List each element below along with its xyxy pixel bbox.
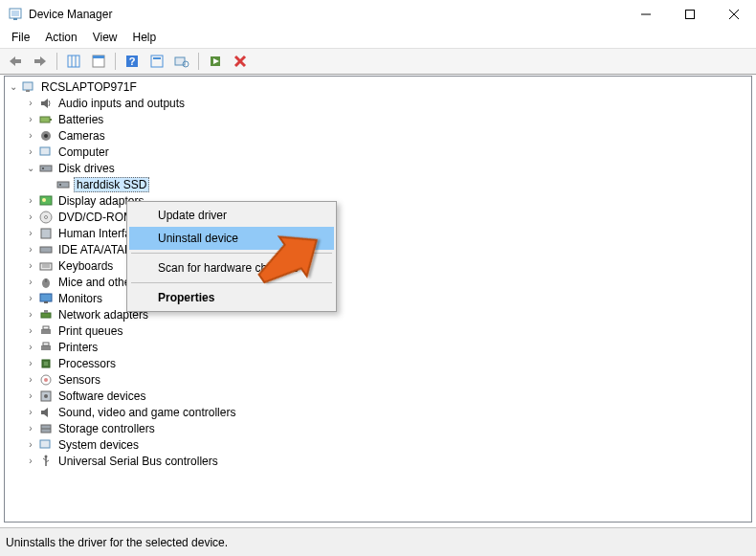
tree-item-mice[interactable]: ›Mice and other pointing devices	[7, 274, 749, 290]
expand-icon[interactable]: ›	[24, 407, 37, 417]
expand-icon[interactable]: ›	[24, 244, 37, 255]
minimize-button[interactable]	[624, 0, 668, 29]
menu-action[interactable]: Action	[37, 29, 84, 48]
maximize-button[interactable]	[668, 0, 712, 29]
tree-item-keyboards[interactable]: ›Keyboards	[7, 257, 749, 274]
properties-button[interactable]	[87, 51, 110, 72]
tree-item-printers[interactable]: ›Printers	[7, 339, 749, 355]
svg-rect-2	[13, 18, 17, 20]
tree-item-sound[interactable]: ›Sound, video and game controllers	[7, 404, 749, 420]
expand-icon[interactable]: ›	[24, 228, 37, 238]
tree-root[interactable]: ⌄ RCSLAPTOP971F	[7, 78, 749, 95]
tree-item-harddisk-ssd[interactable]: harddisk SSD	[7, 176, 749, 192]
forward-button[interactable]	[29, 51, 52, 72]
tree-item-monitors[interactable]: ›Monitors	[7, 290, 749, 306]
ctx-update-driver[interactable]: Update driver	[129, 204, 334, 227]
tree-item-processors[interactable]: ›Processors	[7, 355, 749, 371]
expand-icon[interactable]: ›	[24, 277, 37, 287]
close-button[interactable]	[712, 0, 756, 29]
svg-rect-10	[34, 59, 40, 63]
sound-icon	[37, 405, 55, 420]
separator-icon	[198, 53, 199, 70]
ide-icon	[37, 242, 55, 257]
expand-icon[interactable]: ›	[24, 309, 37, 320]
help-button[interactable]: ?	[121, 51, 144, 72]
tree-item-software[interactable]: ›Software devices	[7, 388, 749, 404]
collapse-icon[interactable]: ⌄	[7, 81, 20, 92]
tree-item-cameras[interactable]: ›Cameras	[7, 127, 749, 144]
tree-item-print-queues[interactable]: ›Print queues	[7, 322, 749, 339]
expand-icon[interactable]: ›	[24, 195, 37, 206]
back-button[interactable]	[4, 51, 27, 72]
svg-rect-29	[40, 117, 50, 122]
tree-item-sensors[interactable]: ›Sensors	[7, 371, 749, 388]
usb-icon	[37, 454, 55, 469]
menu-view[interactable]: View	[85, 29, 125, 48]
tree-item-usb[interactable]: ›Universal Serial Bus controllers	[7, 453, 749, 469]
svg-point-32	[44, 134, 48, 138]
expand-icon[interactable]: ›	[24, 342, 37, 352]
ctx-properties[interactable]: Properties	[129, 286, 334, 309]
tree-item-disk-drives[interactable]: ⌄Disk drives	[7, 160, 749, 176]
tree-item-storage[interactable]: ›Storage controllers	[7, 420, 749, 436]
svg-rect-66	[40, 440, 50, 448]
expand-icon[interactable]: ›	[24, 130, 37, 141]
expand-icon[interactable]: ›	[24, 114, 37, 124]
tree-item-batteries[interactable]: ›Batteries	[7, 111, 749, 127]
expand-icon[interactable]: ›	[24, 439, 37, 450]
collapse-icon[interactable]: ⌄	[24, 163, 37, 173]
svg-rect-26	[23, 82, 33, 90]
svg-rect-8	[15, 59, 21, 63]
menu-help[interactable]: Help	[125, 29, 165, 48]
device-tree[interactable]: ⌄ RCSLAPTOP971F ›Audio inputs and output…	[4, 76, 752, 523]
tree-item-hid[interactable]: ›Human Interface	[7, 225, 749, 241]
expand-icon[interactable]: ›	[24, 146, 37, 157]
enable-button[interactable]	[204, 51, 227, 72]
svg-rect-54	[43, 326, 49, 329]
expand-icon[interactable]: ›	[24, 260, 37, 271]
svg-marker-63	[41, 408, 48, 417]
svg-rect-55	[41, 345, 51, 350]
expand-icon[interactable]: ›	[24, 211, 37, 222]
tree-item-computer[interactable]: ›Computer	[7, 144, 749, 160]
svg-rect-27	[26, 90, 30, 92]
svg-rect-43	[40, 247, 52, 253]
expand-icon[interactable]: ›	[24, 423, 37, 434]
expand-icon[interactable]: ›	[24, 293, 37, 303]
uninstall-button[interactable]	[229, 51, 252, 72]
tree-item-system[interactable]: ›System devices	[7, 436, 749, 453]
svg-marker-28	[41, 99, 48, 108]
tree-item-network[interactable]: ›Network adapters	[7, 306, 749, 322]
ctx-uninstall-device[interactable]: Uninstall device	[129, 227, 334, 250]
computer-icon	[20, 79, 37, 95]
scan-button[interactable]	[170, 51, 193, 72]
status-text: Uninstalls the driver for the selected d…	[6, 536, 228, 549]
expand-icon[interactable]: ›	[24, 374, 37, 385]
action-button[interactable]	[145, 51, 168, 72]
expand-icon[interactable]: ›	[24, 390, 37, 401]
svg-rect-36	[57, 182, 69, 188]
svg-rect-42	[41, 229, 51, 238]
expand-icon[interactable]: ›	[24, 325, 37, 336]
hid-icon	[37, 226, 55, 241]
svg-point-62	[44, 394, 48, 398]
expand-icon[interactable]: ›	[24, 456, 37, 466]
context-menu: Update driver Uninstall device Scan for …	[126, 201, 337, 312]
disk-drive-icon	[37, 161, 55, 176]
toolbar: ?	[0, 48, 756, 75]
show-hide-tree-button[interactable]	[62, 51, 85, 72]
tree-item-audio[interactable]: ›Audio inputs and outputs	[7, 95, 749, 111]
tree-item-dvd[interactable]: ›DVD/CD-ROM	[7, 209, 749, 225]
tree-item-ide[interactable]: ›IDE ATA/ATAPI	[7, 241, 749, 257]
svg-rect-53	[41, 329, 51, 334]
menu-file[interactable]: File	[4, 29, 37, 48]
sensor-icon	[37, 372, 55, 388]
tree-item-display[interactable]: ›Display adapters	[7, 192, 749, 209]
svg-rect-52	[44, 310, 48, 313]
expand-icon[interactable]: ›	[24, 358, 37, 368]
expand-icon[interactable]: ›	[24, 98, 37, 108]
svg-rect-50	[44, 301, 48, 303]
keyboard-icon	[37, 258, 55, 274]
storage-icon	[37, 421, 55, 436]
ctx-scan-hardware[interactable]: Scan for hardware changes	[129, 256, 334, 279]
